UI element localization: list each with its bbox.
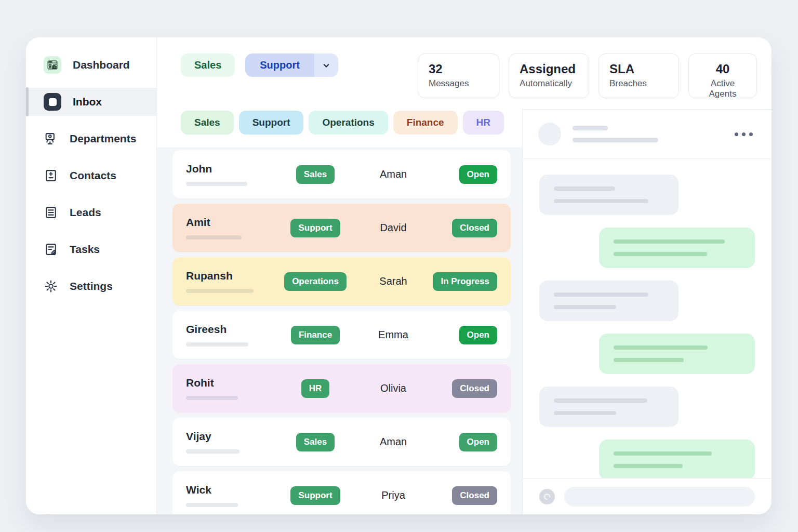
- sidebar-item-dashboard[interactable]: Dashboard: [26, 51, 156, 79]
- settings-icon: [44, 279, 58, 294]
- stat-value: 40: [699, 62, 746, 76]
- contact-name: Amit: [186, 216, 274, 229]
- message-input[interactable]: [564, 487, 755, 507]
- skeleton-line: [554, 199, 648, 203]
- status-badge: Closed: [452, 379, 497, 398]
- skeleton-line: [614, 252, 707, 256]
- status-badge: Open: [459, 326, 497, 344]
- contact-name: Gireesh: [186, 323, 274, 336]
- skeleton-line: [614, 358, 684, 362]
- skeleton-line: [614, 451, 712, 456]
- assignee-name: Aman: [380, 436, 407, 448]
- leads-icon: [44, 205, 58, 220]
- stat-label: Messages: [429, 78, 488, 89]
- sidebar-item-label: Leads: [70, 206, 101, 219]
- scrollbar-indicator[interactable]: [26, 87, 29, 116]
- contact-name: Rohit: [186, 377, 274, 389]
- department-badge: HR: [301, 379, 330, 398]
- contact-name: John: [186, 163, 274, 175]
- sidebar-item-contacts[interactable]: Contacts: [26, 162, 156, 190]
- name-placeholder-bar: [186, 182, 247, 186]
- sidebar-item-label: Settings: [70, 280, 113, 292]
- name-placeholder-bar: [186, 396, 238, 400]
- sidebar-item-label: Inbox: [73, 96, 102, 108]
- contacts-icon: [44, 168, 58, 183]
- status-badge: Open: [459, 433, 497, 451]
- stats-row: 32 Messages Assigned Automatically SLA B…: [418, 54, 757, 107]
- sidebar-item-label: Dashboard: [73, 59, 130, 71]
- message-thread: [523, 159, 772, 478]
- message-composer: [523, 478, 772, 514]
- assignee-name: Emma: [378, 329, 408, 341]
- skeleton-line: [614, 345, 708, 350]
- sidebar-item-label: Tasks: [70, 243, 100, 256]
- conversation-list: John Sales Aman Open Amit Support David …: [157, 147, 522, 514]
- more-options-icon[interactable]: [732, 129, 756, 139]
- conversation-header: [523, 110, 772, 159]
- stat-card-assigned: Assigned Automatically: [509, 54, 589, 98]
- department-badge: Support: [290, 219, 340, 237]
- name-placeholder-bar: [186, 289, 254, 293]
- skeleton-line: [554, 305, 616, 309]
- support-view-dropdown[interactable]: Support: [245, 54, 338, 77]
- skeleton-bar: [573, 126, 608, 130]
- conversation-row[interactable]: Vijay Sales Aman Open: [172, 418, 511, 466]
- filter-chip-finance[interactable]: Finance: [393, 111, 458, 135]
- department-filter-chips: SalesSupportOperationsFinanceHR: [157, 107, 522, 147]
- status-badge: Closed: [452, 486, 497, 505]
- contact-name: Wick: [186, 484, 274, 496]
- skeleton-line: [554, 187, 615, 191]
- stat-value: SLA: [609, 62, 668, 76]
- assignee-name: Aman: [380, 168, 407, 180]
- sidebar-item-label: Departments: [70, 132, 136, 145]
- stat-value: Assigned: [520, 62, 578, 76]
- chat-bubble-left: [539, 281, 679, 321]
- sidebar-item-inbox[interactable]: Inbox: [26, 88, 156, 116]
- chat-bubble-right: [599, 228, 755, 268]
- skeleton-line: [614, 464, 683, 468]
- chevron-down-icon[interactable]: [314, 54, 338, 77]
- chat-bubble-right: [599, 334, 755, 374]
- name-placeholder-bar: [186, 235, 242, 240]
- skeleton-line: [554, 292, 648, 297]
- filter-chip-hr[interactable]: HR: [463, 111, 504, 135]
- conversation-row[interactable]: Amit Support David Closed: [172, 204, 511, 252]
- assignee-name: Sarah: [379, 275, 407, 287]
- filter-chip-operations[interactable]: Operations: [309, 111, 388, 135]
- skeleton-line: [554, 398, 647, 403]
- sidebar-item-tasks[interactable]: Tasks: [26, 235, 156, 263]
- app-window: Dashboard Inbox Departments Contacts: [26, 37, 772, 514]
- sidebar-item-label: Contacts: [70, 169, 116, 182]
- conversation-row[interactable]: Gireesh Finance Emma Open: [172, 311, 511, 359]
- department-badge: Operations: [284, 272, 347, 291]
- stat-label: Active Agents: [699, 78, 746, 99]
- conversation-row[interactable]: Wick Support Priya Closed: [172, 471, 511, 514]
- name-placeholder-bar: [186, 342, 248, 347]
- conversation-row[interactable]: Rupansh Operations Sarah In Progress: [172, 257, 511, 305]
- assignee-name: Priya: [381, 489, 405, 501]
- conversation-row[interactable]: Rohit HR Olivia Closed: [172, 364, 511, 413]
- chat-bubble-right: [599, 440, 755, 478]
- sidebar-item-settings[interactable]: Settings: [26, 272, 156, 300]
- conversation-row[interactable]: John Sales Aman Open: [172, 150, 511, 198]
- conversation-panel: [522, 109, 772, 514]
- contact-name: Vijay: [186, 430, 274, 443]
- avatar: [538, 123, 561, 145]
- name-placeholder-bar: [186, 449, 240, 454]
- department-badge: Support: [290, 486, 340, 505]
- filter-chip-sales[interactable]: Sales: [181, 111, 234, 135]
- assignee-name: Olivia: [380, 382, 406, 394]
- status-badge: In Progress: [433, 272, 497, 291]
- stat-card-active-agents: 40 Active Agents: [688, 54, 757, 98]
- sales-view-button[interactable]: Sales: [181, 54, 235, 77]
- department-badge: Finance: [291, 326, 340, 344]
- sidebar-item-leads[interactable]: Leads: [26, 198, 156, 227]
- department-badge: Sales: [296, 433, 335, 451]
- attachment-icon[interactable]: [539, 489, 555, 504]
- contact-name: Rupansh: [186, 270, 274, 282]
- departments-icon: [44, 131, 58, 146]
- filter-chip-support[interactable]: Support: [239, 111, 304, 135]
- sidebar-item-departments[interactable]: Departments: [26, 125, 156, 153]
- skeleton-line: [614, 240, 725, 244]
- topbar: Sales Support 32 Messages Assigned Autom…: [157, 37, 772, 107]
